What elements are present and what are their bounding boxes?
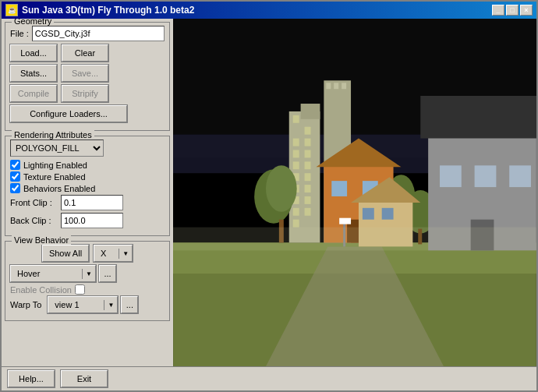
collision-checkbox[interactable] <box>75 284 85 295</box>
svg-rect-6 <box>301 104 320 119</box>
file-label: File : <box>10 29 29 38</box>
configure-row: Configure Loaders... <box>10 105 165 122</box>
geometry-section: Geometry File : Load... Clear Stats... S… <box>5 22 170 131</box>
rendering-section: Rendering Attributes POLYGON_FILL Lighti… <box>5 136 170 236</box>
load-clear-row: Load... Clear <box>10 44 165 62</box>
hover-more-button[interactable]: ... <box>99 265 116 282</box>
texture-label: Texture Enabled <box>23 172 86 182</box>
compile-button[interactable]: Compile <box>10 85 57 102</box>
svg-rect-45 <box>509 165 531 187</box>
close-button[interactable]: × <box>520 5 533 16</box>
save-button[interactable]: Save... <box>62 65 108 82</box>
hover-row: Hover ▼ ... <box>10 265 165 282</box>
texture-row: Texture Enabled <box>10 171 165 182</box>
back-clip-input[interactable] <box>61 213 123 228</box>
geometry-label: Geometry <box>12 19 54 26</box>
exit-button[interactable]: Exit <box>61 370 108 387</box>
stripify-button[interactable]: Stripify <box>62 85 108 102</box>
svg-rect-18 <box>305 185 311 192</box>
back-clip-label: Back Clip : <box>10 216 61 225</box>
window-title: Sun Java 3D(tm) Fly Through 1.0 beta2 <box>22 5 194 16</box>
svg-rect-23 <box>293 220 299 228</box>
front-clip-input[interactable] <box>61 195 123 210</box>
collision-label: Enable Collision <box>10 285 72 295</box>
bottom-bar: Help... Exit <box>2 366 536 390</box>
stats-save-row: Stats... Save... <box>10 65 165 82</box>
axis-value: X <box>94 247 119 260</box>
svg-rect-52 <box>339 218 351 224</box>
warp-label: Warp To <box>10 300 41 309</box>
svg-marker-42 <box>420 96 536 139</box>
behaviors-checkbox[interactable] <box>10 183 20 193</box>
help-button[interactable]: Help... <box>8 370 55 387</box>
lighting-checkbox[interactable] <box>10 160 20 170</box>
rendering-label: Rendering Attributes <box>12 130 94 139</box>
main-window: ☕ Sun Java 3D(tm) Fly Through 1.0 beta2 … <box>0 0 538 392</box>
main-content: Geometry File : Load... Clear Stats... S… <box>2 19 536 366</box>
collision-row: Enable Collision <box>10 284 165 295</box>
front-clip-row: Front Clip : <box>10 195 165 210</box>
svg-rect-20 <box>305 196 311 204</box>
svg-rect-38 <box>331 181 347 196</box>
svg-rect-12 <box>305 150 311 157</box>
axis-dropdown[interactable]: X ▼ <box>94 245 133 262</box>
warp-value: view 1 <box>48 298 104 311</box>
view-behavior-label: View Behavior <box>12 235 71 245</box>
svg-rect-10 <box>305 139 311 147</box>
maximize-button[interactable]: □ <box>506 5 519 16</box>
title-bar: ☕ Sun Java 3D(tm) Fly Through 1.0 beta2 … <box>2 2 536 19</box>
hover-arrow-icon: ▼ <box>82 269 95 279</box>
configure-loaders-button[interactable]: Configure Loaders... <box>10 105 127 122</box>
scene-panel <box>173 19 536 366</box>
warp-row: Warp To view 1 ▼ ... <box>10 296 165 313</box>
stats-button[interactable]: Stats... <box>10 65 57 82</box>
warp-dropdown[interactable]: view 1 ▼ <box>48 296 118 313</box>
svg-rect-53 <box>173 228 536 251</box>
file-input[interactable] <box>32 26 165 41</box>
texture-checkbox[interactable] <box>10 171 20 182</box>
scene-view <box>173 19 536 366</box>
svg-rect-13 <box>293 161 299 169</box>
compile-stripify-row: Compile Stripify <box>10 85 165 102</box>
warp-arrow-icon: ▼ <box>104 300 117 310</box>
hover-value: Hover <box>11 267 82 280</box>
title-bar-left: ☕ Sun Java 3D(tm) Fly Through 1.0 beta2 <box>5 4 194 16</box>
svg-rect-16 <box>305 173 311 181</box>
axis-arrow-icon: ▼ <box>119 249 132 259</box>
polygon-fill-select[interactable]: POLYGON_FILL <box>10 139 104 157</box>
back-clip-row: Back Clip : <box>10 213 165 228</box>
title-controls: _ □ × <box>492 5 533 16</box>
svg-rect-43 <box>440 165 462 187</box>
svg-rect-14 <box>305 161 311 169</box>
polygon-fill-row: POLYGON_FILL <box>10 139 165 157</box>
view-behavior-section: View Behavior Show All X ▼ Hover ▼ ... <box>5 241 170 321</box>
behaviors-label: Behaviors Enabled <box>23 184 95 193</box>
svg-rect-21 <box>293 208 299 216</box>
app-icon: ☕ <box>5 4 18 16</box>
svg-rect-9 <box>293 139 299 147</box>
front-clip-label: Front Clip : <box>10 198 61 207</box>
load-button[interactable]: Load... <box>10 44 57 62</box>
svg-rect-7 <box>293 115 299 123</box>
lighting-label: Lighting Enabled <box>23 161 87 170</box>
clear-button[interactable]: Clear <box>62 44 108 62</box>
svg-rect-50 <box>382 208 394 220</box>
show-all-button[interactable]: Show All <box>42 245 89 262</box>
svg-rect-49 <box>363 208 374 220</box>
lighting-row: Lighting Enabled <box>10 160 165 170</box>
svg-rect-8 <box>305 127 311 135</box>
svg-rect-22 <box>305 208 311 216</box>
svg-rect-25 <box>326 83 331 89</box>
svg-rect-11 <box>293 150 299 157</box>
minimize-button[interactable]: _ <box>492 5 504 16</box>
svg-rect-44 <box>475 165 497 187</box>
hover-dropdown[interactable]: Hover ▼ <box>10 265 96 282</box>
warp-more-button[interactable]: ... <box>121 296 138 313</box>
behaviors-row: Behaviors Enabled <box>10 183 165 193</box>
file-row: File : <box>10 26 165 41</box>
left-panel: Geometry File : Load... Clear Stats... S… <box>2 19 173 366</box>
svg-rect-27 <box>342 83 346 89</box>
svg-point-29 <box>266 165 297 211</box>
svg-rect-26 <box>334 83 338 89</box>
show-all-row: Show All X ▼ <box>10 245 165 262</box>
